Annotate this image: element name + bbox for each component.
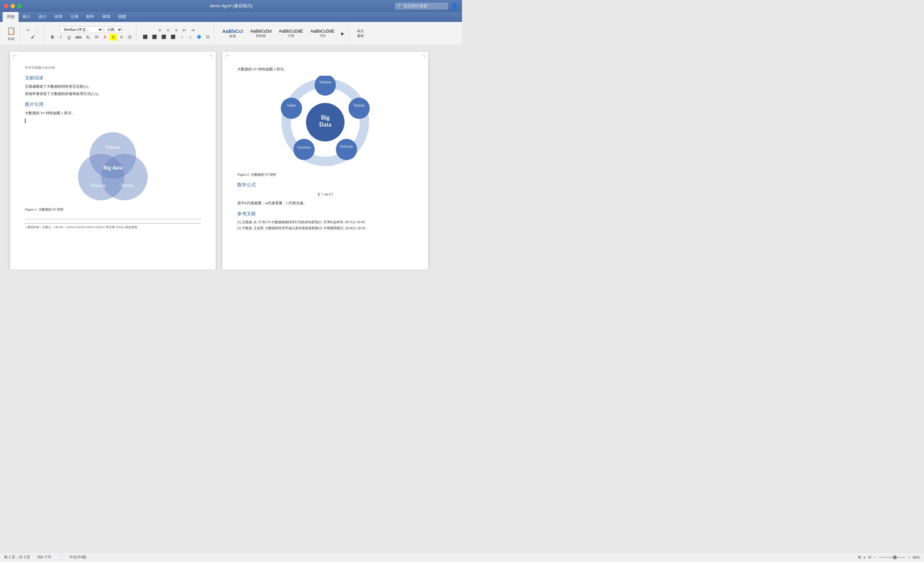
align-left-button[interactable]: ⬛	[141, 33, 149, 40]
align-right-button[interactable]: ⬛	[160, 33, 168, 40]
svg-text:Big: Big	[321, 114, 330, 121]
minimize-button[interactable]	[10, 4, 15, 8]
strikethrough-button[interactable]: abc	[74, 34, 83, 41]
tab-review[interactable]: 审阅	[98, 12, 114, 22]
styles-window-button[interactable]: 样式 窗格	[354, 30, 367, 37]
cut-button[interactable]: ✂	[24, 27, 32, 33]
svg-text:Variety: Variety	[354, 103, 365, 108]
corner-tl	[13, 55, 16, 59]
svg-point-10	[348, 98, 370, 119]
decrease-indent-button[interactable]: ⇤	[181, 27, 188, 33]
corner-tr	[209, 55, 212, 59]
tab-design[interactable]: 设计	[34, 12, 51, 22]
page2-figure-caption: Figure 2: 大数据的 5V 特性	[237, 172, 413, 177]
page2-corner-tl	[226, 55, 229, 59]
close-button[interactable]	[4, 4, 8, 8]
underline-button[interactable]: U	[65, 34, 73, 41]
page1-footnote: 1 通讯作者：王树义，ORCID：XXXX-XXXX-XXXX-XXXX.*本文…	[25, 223, 201, 230]
footnote-divider	[25, 219, 201, 219]
paragraph-group: ≡ ≡ ≡ ⇤ ⇥ ⬛ ⬛ ⬛ ⬛ ↕ ↨ 🔷 ⊡	[138, 24, 214, 44]
ribbon-tabs: 开始 插入 设计 布局 引用 邮件 审阅 视图	[0, 12, 462, 22]
svg-text:Data: Data	[319, 121, 332, 128]
shading-button[interactable]: 🔷	[195, 33, 203, 40]
font-color-button[interactable]: A	[101, 34, 108, 41]
page2-ref1: [1] 王国成. 从 3V 到 5V:大数据助推经济行为的深化研究[J]. 天津…	[237, 219, 413, 224]
cursor	[25, 119, 26, 123]
svg-point-9	[315, 76, 336, 96]
clipboard-group: ✂ 📄 🖌	[22, 24, 44, 44]
svg-text:Velocity: Velocity	[91, 183, 106, 188]
numbered-list-button[interactable]: ≡	[164, 27, 172, 33]
page2-corner-tr	[422, 55, 425, 59]
font-size-selector[interactable]: 小四	[104, 26, 123, 33]
style-heading[interactable]: AaBbCcI 标题	[219, 27, 246, 39]
page1-section1: 文献综述	[25, 74, 201, 82]
title-bar: demo-figref [兼容模式] 🔍 在文档中搜索 👤	[0, 0, 462, 12]
align-center-button[interactable]: ⬛	[150, 33, 159, 40]
fivev-diagram: Big Data Volume Variety Velocity Variabl…	[272, 76, 378, 169]
tab-view[interactable]: 视图	[114, 12, 130, 22]
style-subtitle[interactable]: AaBbCcDd 副标题	[247, 27, 274, 39]
subscript-button[interactable]: X₂	[84, 34, 92, 41]
svg-point-2	[101, 154, 148, 200]
page2-ref2: [2] 于晓龙, 王金照. 大数据的经济学涵义及价值创造机制[J]. 中国国情国…	[237, 225, 413, 230]
style-subtitle-preview: AaBbCcDd	[250, 29, 272, 33]
style-book[interactable]: AaBbCcDdE 书目	[308, 27, 338, 39]
svg-text:Volume: Volume	[105, 145, 120, 150]
svg-point-13	[281, 98, 302, 119]
page2-para-top: 大数据的 5V 特性如图 2 所示。	[237, 66, 413, 72]
style-heading-preview: AaBbCcI	[222, 28, 243, 34]
highlight-button[interactable]: A	[110, 34, 117, 41]
bold-button[interactable]: B	[49, 34, 56, 41]
style-date-preview: AaBbCcDdE	[279, 29, 303, 33]
bullet-list-button[interactable]: ≡	[156, 27, 163, 33]
page2-formula: E = m C²	[237, 191, 413, 198]
svg-point-12	[293, 139, 315, 160]
increase-indent-button[interactable]: ⇥	[189, 27, 196, 33]
tab-mailings[interactable]: 邮件	[82, 12, 98, 22]
page2-formula-desc: 其中E代表能量，m代表质量，C代表光速。	[237, 200, 413, 206]
line-spacing-button[interactable]: ↕	[178, 33, 186, 40]
window-controls[interactable]	[4, 4, 22, 8]
main-content-area: 学术文稿最小化示例 文献综述 王国成阐述了大数据的特性变迁过程[1]。 其他学者…	[0, 45, 462, 269]
format-painter-button[interactable]: 🖌	[29, 33, 36, 40]
more-styles-button[interactable]: ▶	[339, 30, 346, 37]
maximize-button[interactable]	[17, 4, 22, 8]
paste-label: 粘贴	[8, 36, 15, 41]
svg-text:Variety: Variety	[121, 183, 134, 188]
font-style-button[interactable]: A	[118, 34, 125, 41]
tab-insert[interactable]: 插入	[19, 12, 34, 22]
svg-text:Volume: Volume	[319, 80, 331, 84]
tab-start[interactable]: 开始	[3, 12, 19, 22]
paste-button[interactable]: 📋	[5, 26, 17, 36]
page1-para1: 王国成阐述了大数据的特性变迁过程[1]。	[25, 84, 201, 90]
tab-layout[interactable]: 布局	[51, 12, 66, 22]
multilevel-list-button[interactable]: ≡	[172, 27, 180, 33]
window-title: demo-figref [兼容模式]	[210, 3, 253, 9]
venn-diagram: Volume Velocity Variety Big data	[66, 129, 159, 202]
page1-figure-caption: Figure 1: 大数据的 3V 特性	[25, 207, 201, 212]
styles-group: AaBbCcI 标题 AaBbCcDd 副标题 AaBbCcDdE 日期 AaB…	[216, 24, 349, 44]
ribbon-toolbar: 📋 粘贴 ✂ 📄 🖌 SimSun (中文... 小四 B I U abc X₂…	[0, 22, 462, 45]
style-date[interactable]: AaBbCcDdE 日期	[276, 27, 306, 39]
svg-text:Velocity: Velocity	[340, 144, 353, 149]
justify-button[interactable]: ⬛	[169, 33, 177, 40]
paste-group: 📋 粘贴	[3, 24, 20, 44]
char-style-button[interactable]: ⓪	[126, 34, 134, 41]
styles-window-group: 样式 窗格	[351, 24, 370, 44]
paragraph-spacing-button[interactable]: ↨	[186, 33, 194, 40]
superscript-button[interactable]: X²	[93, 34, 100, 41]
font-name-selector[interactable]: SimSun (中文...	[60, 26, 103, 33]
svg-text:Value: Value	[287, 103, 296, 108]
page-1: 学术文稿最小化示例 文献综述 王国成阐述了大数据的特性变迁过程[1]。 其他学者…	[10, 52, 216, 269]
page-2: 大数据的 5V 特性如图 2 所示。 Big	[222, 52, 428, 269]
font-group: SimSun (中文... 小四 B I U abc X₂ X² A A A ⓪	[46, 24, 136, 44]
svg-point-11	[336, 139, 357, 160]
border-button[interactable]: ⊡	[204, 33, 212, 40]
copy-button[interactable]: 📄	[33, 27, 41, 33]
tab-references[interactable]: 引用	[66, 12, 82, 22]
italic-button[interactable]: I	[57, 34, 64, 41]
style-book-preview: AaBbCcDdE	[310, 29, 334, 33]
search-bar[interactable]: 🔍 在文档中搜索	[395, 3, 448, 10]
user-icon[interactable]: 👤	[451, 2, 458, 10]
